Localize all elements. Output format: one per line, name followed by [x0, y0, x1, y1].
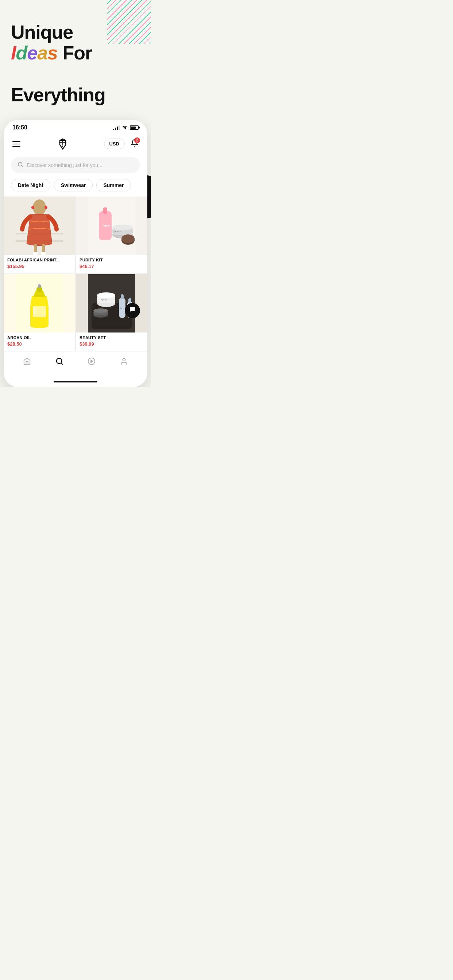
product-info-2: Purity Kit $46.17 [76, 255, 147, 274]
kit2-svg: Ageas Ag [88, 274, 135, 332]
product-price-1: $155.95 [7, 264, 72, 269]
header-right: USD 2 [104, 137, 140, 151]
product-image-kit2: Ageas Ag [76, 274, 147, 332]
play-icon [88, 357, 96, 368]
product-grid: FOLABI AFRICAN PRINT... $155.95 Ageas [4, 197, 147, 351]
search-bar[interactable]: Discover something just for you... [11, 157, 140, 173]
product-price-2: $46.17 [80, 264, 144, 269]
app-header: USD 2 [4, 134, 147, 154]
svg-point-4 [33, 199, 46, 215]
product-info-3: Argan Oil $28.50 [4, 332, 75, 351]
app-logo [56, 137, 69, 151]
category-chips: Date Night Swimwear Summer [4, 178, 147, 197]
svg-point-30 [97, 293, 115, 298]
oil-svg [16, 274, 63, 332]
notification-button[interactable]: 2 [129, 137, 140, 151]
chip-date-night[interactable]: Date Night [11, 179, 50, 191]
product-info-1: FOLABI AFRICAN PRINT... $155.95 [4, 255, 75, 274]
product-card-3[interactable]: Argan Oil $28.50 [4, 274, 75, 351]
svg-point-7 [33, 252, 38, 255]
hamburger-line-1 [13, 141, 21, 142]
bottom-nav [4, 351, 147, 376]
product-card-2[interactable]: Ageas Ageas Purity Kit $46.17 [76, 197, 147, 274]
search-container: Discover something just for you... [4, 154, 147, 178]
svg-rect-23 [38, 285, 41, 288]
home-icon [23, 357, 31, 368]
svg-text:Ag: Ag [120, 307, 122, 309]
svg-rect-33 [121, 294, 124, 299]
chip-summer[interactable]: Summer [96, 179, 131, 191]
search-icon [18, 162, 23, 169]
svg-marker-42 [91, 360, 93, 363]
product-name-1: FOLABI AFRICAN PRINT... [7, 258, 72, 262]
status-bar: 16:50 [4, 120, 147, 134]
product-image-dress [4, 197, 75, 255]
wifi-icon [122, 125, 128, 130]
status-icons [113, 125, 139, 130]
svg-text:Ageas: Ageas [100, 299, 107, 301]
dress-svg [16, 197, 63, 255]
product-name-4: Beauty Set [80, 336, 144, 340]
user-icon [120, 357, 128, 368]
logo-icon [56, 137, 69, 151]
svg-point-16 [112, 224, 133, 231]
skincare-svg: Ageas Ageas [88, 197, 135, 255]
product-name-2: Purity Kit [80, 258, 144, 262]
svg-point-43 [123, 358, 125, 361]
nav-home[interactable] [17, 356, 37, 369]
svg-text:Ageas: Ageas [114, 230, 121, 233]
nav-profile[interactable] [114, 356, 134, 369]
currency-button[interactable]: USD [104, 138, 125, 149]
product-image-oil [4, 274, 75, 332]
svg-point-20 [121, 234, 135, 243]
product-info-4: Beauty Set $39.99 [76, 332, 147, 351]
product-name-3: Argan Oil [7, 336, 72, 340]
hamburger-line-3 [13, 146, 21, 147]
home-indicator [4, 376, 147, 387]
product-image-skincare: Ageas Ageas [76, 197, 147, 255]
phone-mockup: 16:50 [4, 120, 147, 387]
svg-point-10 [45, 206, 48, 209]
hero-title: Unique Ideas For Everything [11, 22, 140, 105]
notification-badge: 2 [134, 137, 140, 143]
product-card-1[interactable]: FOLABI AFRICAN PRINT... $155.95 [4, 197, 75, 274]
battery-icon [130, 126, 139, 130]
svg-rect-6 [42, 244, 45, 253]
chat-button[interactable] [125, 303, 140, 318]
product-price-3: $28.50 [7, 341, 72, 347]
home-indicator-bar [54, 381, 97, 382]
search-placeholder: Discover something just for you... [27, 162, 134, 168]
nav-search[interactable] [49, 356, 69, 369]
hamburger-line-2 [13, 144, 21, 145]
svg-text:Ageas: Ageas [102, 224, 110, 227]
menu-button[interactable] [11, 140, 22, 148]
signal-icon [113, 125, 120, 130]
svg-point-39 [93, 309, 108, 313]
svg-rect-5 [34, 244, 37, 253]
svg-rect-36 [128, 298, 131, 302]
svg-point-8 [41, 252, 46, 255]
svg-point-9 [31, 206, 34, 209]
search-nav-icon [56, 357, 64, 368]
product-price-4: $39.99 [80, 341, 144, 347]
svg-point-25 [33, 306, 37, 315]
chat-icon [129, 306, 136, 315]
hero-section: Unique Ideas For Everything [0, 0, 151, 116]
chip-swimwear[interactable]: Swimwear [54, 179, 93, 191]
nav-videos[interactable] [82, 356, 101, 369]
status-time: 16:50 [13, 124, 27, 131]
svg-rect-13 [103, 207, 107, 214]
